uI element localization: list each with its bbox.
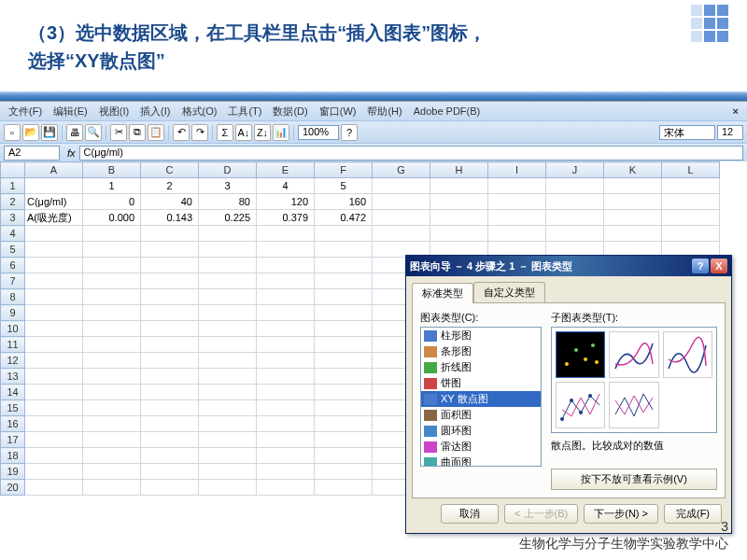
cell[interactable] <box>199 226 257 242</box>
cell[interactable] <box>83 226 141 242</box>
cell[interactable] <box>315 400 373 416</box>
chart-type-list[interactable]: 柱形图条形图折线图饼图XY 散点图面积图圆环图雷达图曲面图 <box>420 327 542 467</box>
row-header-18[interactable]: 18 <box>1 448 25 464</box>
cell[interactable] <box>488 178 546 194</box>
cell[interactable] <box>373 226 430 242</box>
cell[interactable]: 3 <box>199 178 257 194</box>
cell[interactable]: 80 <box>199 194 257 210</box>
chart-wizard-icon[interactable]: 📊 <box>273 124 289 141</box>
cell[interactable] <box>199 289 257 305</box>
cell[interactable] <box>141 353 199 369</box>
cell[interactable] <box>662 226 720 242</box>
cell[interactable] <box>257 385 315 400</box>
cell[interactable] <box>315 226 373 242</box>
col-header-I[interactable]: I <box>488 162 546 178</box>
cell[interactable] <box>199 432 257 448</box>
cell[interactable] <box>315 337 373 353</box>
cell[interactable]: 4 <box>257 178 315 194</box>
cell[interactable] <box>141 448 199 464</box>
cell[interactable] <box>315 448 373 464</box>
col-header-G[interactable]: G <box>373 162 430 178</box>
cell[interactable] <box>257 432 315 448</box>
cell[interactable] <box>315 369 373 385</box>
font-name-select[interactable]: 宋体 <box>659 125 715 140</box>
cell[interactable] <box>662 194 720 210</box>
cell[interactable] <box>141 258 199 273</box>
cell[interactable] <box>25 305 83 321</box>
cell[interactable] <box>25 432 83 448</box>
cell[interactable] <box>25 321 83 337</box>
chart-type-item[interactable]: 饼图 <box>421 375 541 391</box>
row-header-19[interactable]: 19 <box>1 464 25 480</box>
col-header-L[interactable]: L <box>662 162 720 178</box>
cell[interactable] <box>199 321 257 337</box>
cell[interactable] <box>430 194 488 210</box>
col-header-B[interactable]: B <box>83 162 141 178</box>
menu-help[interactable]: 帮助(H) <box>362 105 406 119</box>
cell[interactable] <box>488 194 546 210</box>
cell[interactable] <box>315 273 373 289</box>
cell[interactable] <box>141 305 199 321</box>
cell[interactable] <box>83 400 141 416</box>
cell[interactable] <box>257 305 315 321</box>
cell[interactable]: 40 <box>141 194 199 210</box>
save-icon[interactable]: 💾 <box>41 124 58 141</box>
cell[interactable]: 0.143 <box>141 210 199 226</box>
cell[interactable] <box>546 178 604 194</box>
row-header-15[interactable]: 15 <box>1 400 25 416</box>
subtype-scatter-3[interactable] <box>663 331 712 378</box>
cell[interactable] <box>315 305 373 321</box>
row-header-11[interactable]: 11 <box>1 337 25 353</box>
cell[interactable] <box>141 416 199 432</box>
cell[interactable] <box>315 416 373 432</box>
sort-desc-icon[interactable]: Z↓ <box>254 124 271 141</box>
menu-insert[interactable]: 插入(I) <box>135 105 175 119</box>
cell[interactable] <box>430 210 488 226</box>
cell[interactable] <box>83 321 141 337</box>
chart-type-item[interactable]: 折线图 <box>421 359 541 375</box>
view-sample-button[interactable]: 按下不放可查看示例(V) <box>551 469 717 490</box>
cell[interactable] <box>199 369 257 385</box>
cell[interactable] <box>488 226 546 242</box>
chart-type-item[interactable]: XY 散点图 <box>421 391 541 407</box>
cell[interactable] <box>83 480 141 496</box>
col-header-E[interactable]: E <box>257 162 315 178</box>
cell[interactable] <box>257 289 315 305</box>
chart-type-item[interactable]: 圆环图 <box>421 423 541 439</box>
cell[interactable] <box>257 337 315 353</box>
cell[interactable] <box>25 448 83 464</box>
cell[interactable]: 5 <box>315 178 373 194</box>
menu-view[interactable]: 视图(I) <box>94 105 134 119</box>
cell[interactable] <box>141 400 199 416</box>
print-icon[interactable]: 🖶 <box>66 124 83 141</box>
row-header-13[interactable]: 13 <box>1 369 25 385</box>
cell[interactable] <box>315 464 373 480</box>
cell[interactable] <box>257 416 315 432</box>
chart-type-item[interactable]: 曲面图 <box>421 455 541 467</box>
row-header-2[interactable]: 2 <box>1 194 25 210</box>
cell[interactable] <box>141 464 199 480</box>
row-header-1[interactable]: 1 <box>1 178 25 194</box>
subtype-scatter-5[interactable] <box>609 382 658 428</box>
cell[interactable] <box>83 258 141 273</box>
redo-icon[interactable]: ↷ <box>191 124 208 141</box>
menu-window[interactable]: 窗口(W) <box>315 105 361 119</box>
cell[interactable] <box>315 258 373 273</box>
menu-adobe[interactable]: Adobe PDF(B) <box>409 105 486 117</box>
new-icon[interactable]: ▫ <box>4 124 21 141</box>
zoom-select[interactable]: 100% <box>298 125 339 140</box>
cell[interactable]: A(吸光度) <box>25 210 83 226</box>
cell[interactable] <box>25 242 83 258</box>
cell[interactable] <box>315 289 373 305</box>
cell[interactable] <box>141 226 199 242</box>
chart-type-item[interactable]: 雷达图 <box>421 439 541 455</box>
chart-type-item[interactable]: 条形图 <box>421 343 541 359</box>
row-header-10[interactable]: 10 <box>1 321 25 337</box>
col-header-J[interactable]: J <box>546 162 604 178</box>
cell[interactable] <box>546 226 604 242</box>
cell[interactable] <box>25 385 83 400</box>
cell[interactable] <box>257 353 315 369</box>
col-header-H[interactable]: H <box>430 162 488 178</box>
wizard-help-icon[interactable]: ? <box>692 259 709 273</box>
cell[interactable] <box>83 385 141 400</box>
